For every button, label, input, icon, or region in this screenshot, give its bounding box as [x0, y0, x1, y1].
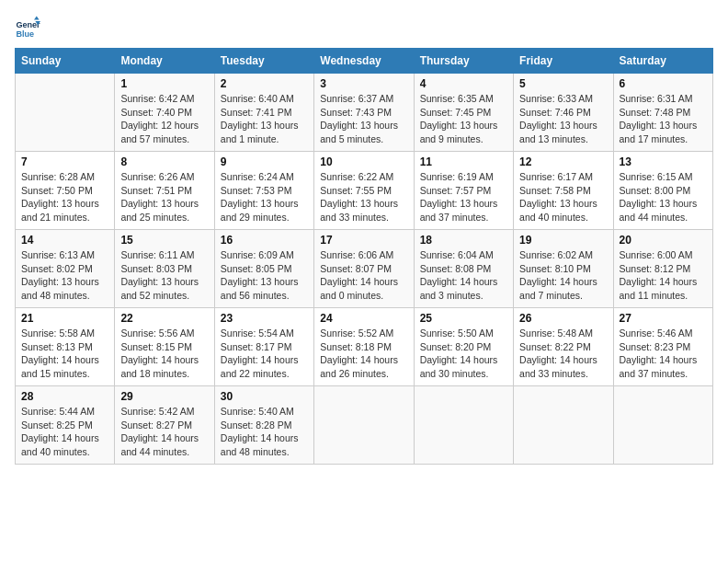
day-info: Sunrise: 6:35 AMSunset: 7:45 PMDaylight:… — [420, 92, 507, 146]
day-info: Sunrise: 6:00 AMSunset: 8:12 PMDaylight:… — [620, 248, 707, 303]
week-row-2: 7Sunrise: 6:28 AMSunset: 7:50 PMDaylight… — [16, 152, 713, 230]
day-info: Sunrise: 5:40 AMSunset: 8:28 PMDaylight:… — [221, 405, 308, 459]
day-number: 30 — [221, 390, 308, 403]
header-row: SundayMondayTuesdayWednesdayThursdayFrid… — [16, 49, 713, 74]
day-cell — [314, 386, 414, 465]
day-cell — [613, 386, 712, 465]
day-cell: 28Sunrise: 5:44 AMSunset: 8:25 PMDayligh… — [16, 386, 115, 465]
day-info: Sunrise: 5:46 AMSunset: 8:23 PMDaylight:… — [620, 327, 707, 381]
day-cell: 14Sunrise: 6:13 AMSunset: 8:02 PMDayligh… — [16, 230, 115, 308]
day-number: 5 — [519, 77, 607, 90]
day-cell: 22Sunrise: 5:56 AMSunset: 8:15 PMDayligh… — [115, 308, 214, 386]
day-info: Sunrise: 6:13 AMSunset: 8:02 PMDaylight:… — [21, 248, 108, 303]
day-info: Sunrise: 5:58 AMSunset: 8:13 PMDaylight:… — [21, 327, 108, 381]
day-cell: 6Sunrise: 6:31 AMSunset: 7:48 PMDaylight… — [613, 74, 712, 152]
day-cell: 1Sunrise: 6:42 AMSunset: 7:40 PMDaylight… — [115, 74, 214, 152]
day-cell: 7Sunrise: 6:28 AMSunset: 7:50 PMDaylight… — [16, 152, 115, 230]
day-info: Sunrise: 6:40 AMSunset: 7:41 PMDaylight:… — [221, 92, 308, 146]
day-cell: 26Sunrise: 5:48 AMSunset: 8:22 PMDayligh… — [514, 308, 613, 386]
day-cell: 9Sunrise: 6:24 AMSunset: 7:53 PMDaylight… — [214, 152, 313, 230]
day-number: 16 — [221, 234, 308, 247]
day-info: Sunrise: 5:50 AMSunset: 8:20 PMDaylight:… — [420, 327, 507, 381]
logo: General Blue — [15, 15, 40, 40]
day-cell: 20Sunrise: 6:00 AMSunset: 8:12 PMDayligh… — [613, 230, 712, 308]
day-cell: 30Sunrise: 5:40 AMSunset: 8:28 PMDayligh… — [214, 386, 313, 465]
header-cell-wednesday: Wednesday — [314, 49, 414, 74]
day-info: Sunrise: 5:44 AMSunset: 8:25 PMDaylight:… — [21, 405, 108, 459]
day-info: Sunrise: 6:15 AMSunset: 8:00 PMDaylight:… — [620, 170, 707, 224]
day-info: Sunrise: 6:04 AMSunset: 8:08 PMDaylight:… — [420, 248, 507, 303]
day-cell: 16Sunrise: 6:09 AMSunset: 8:05 PMDayligh… — [214, 230, 313, 308]
day-number: 20 — [620, 234, 707, 247]
day-info: Sunrise: 6:22 AMSunset: 7:55 PMDaylight:… — [320, 170, 407, 224]
day-info: Sunrise: 6:31 AMSunset: 7:48 PMDaylight:… — [620, 92, 707, 146]
header-cell-friday: Friday — [514, 49, 613, 74]
day-info: Sunrise: 5:42 AMSunset: 8:27 PMDaylight:… — [120, 405, 208, 459]
calendar-header: SundayMondayTuesdayWednesdayThursdayFrid… — [16, 49, 713, 74]
logo-icon: General Blue — [15, 15, 40, 40]
day-cell: 13Sunrise: 6:15 AMSunset: 8:00 PMDayligh… — [613, 152, 712, 230]
day-number: 25 — [420, 312, 507, 325]
day-info: Sunrise: 6:11 AMSunset: 8:03 PMDaylight:… — [120, 248, 208, 303]
day-number: 23 — [221, 312, 308, 325]
day-info: Sunrise: 6:42 AMSunset: 7:40 PMDaylight:… — [120, 92, 208, 146]
day-number: 28 — [21, 390, 108, 403]
day-cell — [414, 386, 513, 465]
day-number: 27 — [620, 312, 707, 325]
day-cell: 2Sunrise: 6:40 AMSunset: 7:41 PMDaylight… — [214, 74, 313, 152]
svg-marker-2 — [34, 16, 40, 19]
day-number: 18 — [420, 234, 507, 247]
day-number: 19 — [519, 234, 607, 247]
day-cell — [514, 386, 613, 465]
day-cell: 19Sunrise: 6:02 AMSunset: 8:10 PMDayligh… — [514, 230, 613, 308]
day-info: Sunrise: 5:54 AMSunset: 8:17 PMDaylight:… — [221, 327, 308, 381]
day-cell: 11Sunrise: 6:19 AMSunset: 7:57 PMDayligh… — [414, 152, 513, 230]
day-cell: 5Sunrise: 6:33 AMSunset: 7:46 PMDaylight… — [514, 74, 613, 152]
day-cell: 17Sunrise: 6:06 AMSunset: 8:07 PMDayligh… — [314, 230, 414, 308]
day-info: Sunrise: 6:33 AMSunset: 7:46 PMDaylight:… — [519, 92, 607, 146]
day-info: Sunrise: 6:26 AMSunset: 7:51 PMDaylight:… — [120, 170, 208, 224]
day-cell: 18Sunrise: 6:04 AMSunset: 8:08 PMDayligh… — [414, 230, 513, 308]
day-number: 4 — [420, 77, 507, 90]
day-number: 24 — [320, 312, 407, 325]
day-cell: 27Sunrise: 5:46 AMSunset: 8:23 PMDayligh… — [613, 308, 712, 386]
calendar-table: SundayMondayTuesdayWednesdayThursdayFrid… — [15, 48, 713, 465]
calendar-body: 1Sunrise: 6:42 AMSunset: 7:40 PMDaylight… — [16, 74, 713, 465]
page-header: General Blue — [15, 15, 713, 40]
week-row-1: 1Sunrise: 6:42 AMSunset: 7:40 PMDaylight… — [16, 74, 713, 152]
week-row-3: 14Sunrise: 6:13 AMSunset: 8:02 PMDayligh… — [16, 230, 713, 308]
day-info: Sunrise: 6:28 AMSunset: 7:50 PMDaylight:… — [21, 170, 108, 224]
day-cell: 4Sunrise: 6:35 AMSunset: 7:45 PMDaylight… — [414, 74, 513, 152]
day-number: 21 — [21, 312, 108, 325]
header-cell-thursday: Thursday — [414, 49, 513, 74]
day-number: 10 — [320, 155, 407, 168]
day-info: Sunrise: 5:56 AMSunset: 8:15 PMDaylight:… — [120, 327, 208, 381]
day-info: Sunrise: 6:37 AMSunset: 7:43 PMDaylight:… — [320, 92, 407, 146]
day-info: Sunrise: 6:19 AMSunset: 7:57 PMDaylight:… — [420, 170, 507, 224]
day-number: 29 — [120, 390, 208, 403]
day-cell: 24Sunrise: 5:52 AMSunset: 8:18 PMDayligh… — [314, 308, 414, 386]
day-cell: 23Sunrise: 5:54 AMSunset: 8:17 PMDayligh… — [214, 308, 313, 386]
day-number: 1 — [120, 77, 208, 90]
svg-text:Blue: Blue — [16, 29, 34, 39]
week-row-5: 28Sunrise: 5:44 AMSunset: 8:25 PMDayligh… — [16, 386, 713, 465]
day-cell: 15Sunrise: 6:11 AMSunset: 8:03 PMDayligh… — [115, 230, 214, 308]
header-cell-tuesday: Tuesday — [214, 49, 313, 74]
day-cell: 10Sunrise: 6:22 AMSunset: 7:55 PMDayligh… — [314, 152, 414, 230]
day-number: 8 — [120, 155, 208, 168]
day-info: Sunrise: 5:52 AMSunset: 8:18 PMDaylight:… — [320, 327, 407, 381]
day-number: 11 — [420, 155, 507, 168]
day-number: 17 — [320, 234, 407, 247]
day-info: Sunrise: 6:24 AMSunset: 7:53 PMDaylight:… — [221, 170, 308, 224]
day-cell: 21Sunrise: 5:58 AMSunset: 8:13 PMDayligh… — [16, 308, 115, 386]
day-number: 3 — [320, 77, 407, 90]
week-row-4: 21Sunrise: 5:58 AMSunset: 8:13 PMDayligh… — [16, 308, 713, 386]
day-cell — [16, 74, 115, 152]
day-info: Sunrise: 6:06 AMSunset: 8:07 PMDaylight:… — [320, 248, 407, 303]
day-number: 13 — [620, 155, 707, 168]
day-number: 26 — [519, 312, 607, 325]
header-cell-sunday: Sunday — [16, 49, 115, 74]
day-number: 22 — [120, 312, 208, 325]
day-info: Sunrise: 6:09 AMSunset: 8:05 PMDaylight:… — [221, 248, 308, 303]
day-info: Sunrise: 6:17 AMSunset: 7:58 PMDaylight:… — [519, 170, 607, 224]
